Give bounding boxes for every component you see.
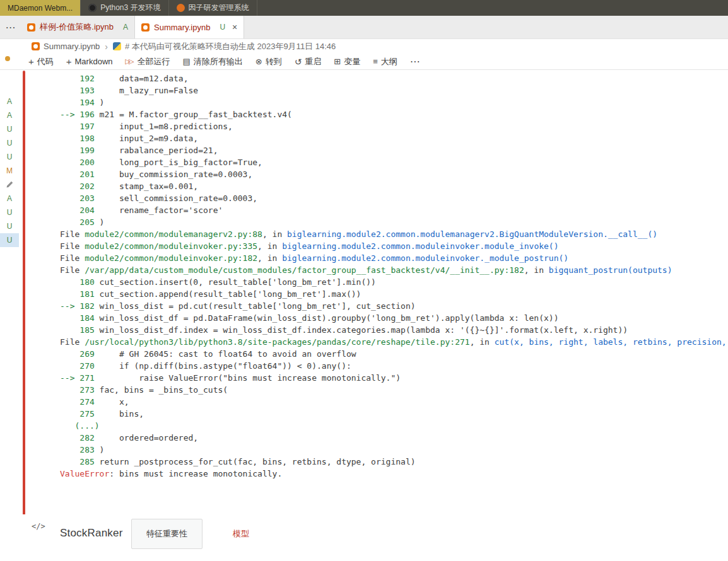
text: , in	[470, 337, 495, 347]
line-number: 285	[60, 457, 95, 466]
source-code: win_loss_dist = pd.cut(result_table['lon…	[95, 301, 416, 311]
toolbar-label: 全部运行	[137, 56, 170, 67]
toolbar-label: Markdown	[75, 57, 113, 66]
line-number: 282	[60, 433, 95, 442]
traceback-line: 193 m_lazy_run=False	[60, 84, 728, 96]
text: , in	[262, 229, 287, 239]
source-code: sell_commission_rate=0.0003,	[95, 194, 257, 203]
traceback-line: 200 long_port_is_big_factor=True,	[60, 156, 728, 168]
source-code: rename_factor='score'	[95, 205, 223, 215]
traceback-line: File /var/app/data/custom_module/custom_…	[60, 264, 728, 276]
source-code: input_1=m8.predictions,	[95, 122, 233, 131]
notebook-toolbar: +代码+Markdown▷▷全部运行▤清除所有输出⊗转到↺重启⊞变量≡大纲⋯	[0, 54, 728, 70]
tab-overflow-button[interactable]: ⋯	[0, 16, 21, 38]
close-icon[interactable]: ×	[232, 22, 237, 32]
traceback-line: ValueError: bins must increase monotonic…	[60, 468, 728, 480]
traceback-line: 274 x,	[60, 396, 728, 408]
source-code: x,	[95, 397, 129, 407]
toolbar-label: 重启	[305, 56, 321, 67]
output-tab-1[interactable]: 特征重要性	[131, 519, 203, 549]
error-traceback-output: 192 data=m12.data, 193 m_lazy_run=False …	[60, 72, 728, 480]
line-number: 185	[60, 325, 95, 335]
source-code: m_lazy_run=False	[95, 86, 198, 95]
browser-tab-python3-env[interactable]: Python3 开发环境	[81, 0, 168, 16]
output-tab-2[interactable]: 模型	[233, 528, 249, 540]
variables-icon: ⊞	[334, 57, 341, 66]
traceback-line: File module2/common/modulemanagerv2.py:8…	[60, 228, 728, 240]
traceback-line: 192 data=m12.data,	[60, 72, 728, 84]
breadcrumb-file[interactable]: Summary.ipynb	[44, 42, 100, 51]
source-code: ordered=ordered,	[95, 433, 198, 442]
traceback-line: 199 rabalance_period=21,	[60, 144, 728, 156]
traceback-line: 270 if (np.diff(bins.astype("float64")) …	[60, 360, 728, 372]
editor-tab-2[interactable]: Summary.ipynbU×	[135, 16, 244, 38]
editor-tab-label: 样例-价值策略.ipynb	[40, 21, 114, 33]
line-number: 199	[60, 146, 95, 155]
source-code: )	[95, 445, 105, 454]
git-status-letter: A	[123, 23, 128, 32]
toolbar-add-code-button[interactable]: +代码	[28, 56, 54, 67]
traceback-line: 273 fac, bins = _bins_to_cuts(	[60, 384, 728, 396]
source-code: cut_section.append(result_table['long_bm…	[95, 289, 361, 299]
line-number: 181	[60, 289, 95, 299]
traceback-line: 205 )	[60, 216, 728, 228]
source-code: fac, bins = _bins_to_cuts(	[95, 385, 228, 395]
browser-tab-label: 因子研发管理系统	[189, 3, 249, 13]
gutter-status-added: A	[0, 192, 19, 205]
editor-tabs: 样例-价值策略.ipynbASummary.ipynbU×	[21, 16, 244, 38]
source-code: stamp_tax=0.001,	[95, 182, 198, 191]
traceback-line: 180 cut_section.insert(0, result_table['…	[60, 276, 728, 288]
source-code: cut_section.insert(0, result_table['long…	[95, 277, 376, 287]
editor-tab-bar: ⋯ 样例-价值策略.ipynbASummary.ipynbU×	[0, 16, 728, 39]
editor-tab-1[interactable]: 样例-价值策略.ipynbA	[21, 16, 135, 38]
line-number: 184	[60, 313, 95, 323]
gutter-status-untracked: U	[0, 219, 19, 233]
source-code: return _postprocess_for_cut(fac, bins, r…	[95, 457, 416, 466]
line-number: 192	[60, 74, 95, 83]
toolbar-clear-all-outputs-button[interactable]: ▤清除所有输出	[182, 56, 242, 67]
plus-icon: +	[28, 56, 34, 67]
line-number: 283	[60, 445, 95, 454]
function-name: bigquant_postrun(outputs)	[549, 265, 672, 275]
text: , in	[524, 265, 549, 275]
function-name: biglearning.module2.common.modulemanager…	[287, 229, 657, 239]
toolbar-label: 代码	[37, 56, 54, 67]
toolbar-more-actions-button[interactable]: ⋯	[410, 55, 420, 67]
source-code: if (np.diff(bins.astype("float64")) < 0)…	[95, 361, 351, 371]
toolbar-goto-button[interactable]: ⊗转到	[255, 56, 282, 67]
function-name: biglearning.module2.common.moduleinvoker…	[282, 241, 558, 251]
error-name: ValueError	[60, 469, 109, 478]
cell-focus-bar[interactable]	[23, 71, 25, 561]
source-code: )	[95, 98, 105, 107]
gutter-status-added: A	[0, 95, 19, 108]
traceback-line: 204 rename_factor='score'	[60, 204, 728, 216]
python-icon	[113, 42, 121, 50]
traceback-line: File module2/common/moduleinvoker.py:335…	[60, 240, 728, 252]
toolbar-add-markdown-button[interactable]: +Markdown	[66, 56, 113, 67]
line-number: 201	[60, 170, 95, 179]
browser-tab-factor-system[interactable]: 因子研发管理系统	[169, 0, 257, 16]
traceback-line: 198 input_2=m9.data,	[60, 132, 728, 144]
source-code: raise ValueError("bins must increase mon…	[95, 373, 401, 383]
source-code: # GH 26045: cast to float64 to avoid an …	[95, 349, 356, 359]
line-number: 202	[60, 182, 95, 191]
toolbar-run-all-button[interactable]: ▷▷全部运行	[126, 56, 170, 67]
pencil-icon	[0, 178, 19, 192]
toolbar-restart-button[interactable]: ↺重启	[295, 56, 322, 67]
code-toggle-icon[interactable]: </>	[32, 522, 45, 531]
source-code: m21 = M.factor_group__fast_backtest.v4(	[95, 110, 292, 119]
source-code: long_port_is_big_factor=True,	[95, 158, 262, 167]
toolbar-outline-button[interactable]: ≡大纲	[373, 56, 397, 67]
line-number: 193	[60, 86, 95, 95]
browser-tab-mdaemon[interactable]: MDaemon Webm...	[0, 0, 81, 16]
notebook-icon	[27, 23, 35, 32]
output-footer: </> StockRanker 特征重要性模型	[0, 514, 728, 561]
toolbar-label: 转到	[266, 56, 282, 67]
traceback-line: (...)	[60, 420, 728, 432]
toolbar-variables-button[interactable]: ⊞变量	[334, 56, 360, 67]
text: File	[60, 241, 85, 251]
source-code: win_loss_dist_df.index = win_loss_dist_d…	[95, 325, 628, 335]
line-number: --> 182	[60, 301, 95, 311]
breadcrumb-cell-title[interactable]: # 本代码由可视化策略环境自动生成 2023年9月11日 14:46	[125, 41, 336, 52]
screen: { "colors": { "accent-red-bar": "#d23f31…	[0, 0, 728, 561]
